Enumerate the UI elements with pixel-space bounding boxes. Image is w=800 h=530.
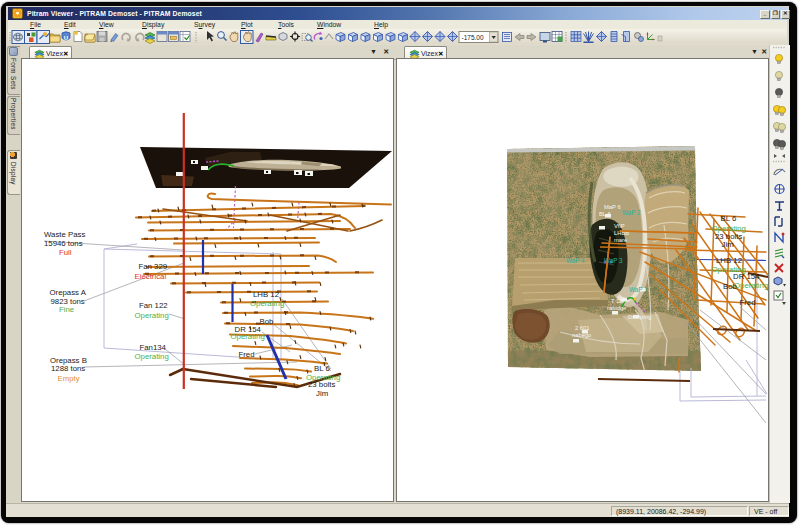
svg-text:LHB 12: LHB 12 bbox=[253, 290, 279, 299]
svg-text:WaP 1: WaP 1 bbox=[629, 286, 648, 293]
svg-text:1288 tons: 1288 tons bbox=[51, 364, 85, 373]
svg-text:Operating: Operating bbox=[712, 224, 746, 233]
svg-text:VfiP: VfiP bbox=[614, 223, 625, 229]
svg-text:Operating: Operating bbox=[306, 373, 340, 382]
svg-text:Operating: Operating bbox=[712, 265, 746, 274]
svg-text:BL 6: BL 6 bbox=[721, 214, 737, 223]
svg-text:Fine: Fine bbox=[59, 305, 74, 314]
svg-text:LHB 12: LHB 12 bbox=[716, 256, 742, 265]
svg-text:Jim: Jim bbox=[316, 389, 328, 398]
svg-text:Waste Pass: Waste Pass bbox=[44, 230, 85, 239]
svg-text:-175.00: -175.00 bbox=[462, 34, 484, 41]
svg-text:rabidge: rabidge bbox=[607, 305, 626, 311]
svg-text:Operating: Operating bbox=[135, 352, 169, 361]
svg-text:WaP 4: WaP 4 bbox=[566, 257, 585, 264]
svg-text:T 117: T 117 bbox=[611, 298, 625, 304]
svg-text:Operating: Operating bbox=[231, 332, 265, 341]
svg-text:2 601: 2 601 bbox=[575, 325, 590, 331]
svg-text:Electrical: Electrical bbox=[135, 272, 167, 281]
svg-text:BL 6: BL 6 bbox=[599, 211, 611, 217]
svg-text:Operating: Operating bbox=[734, 281, 768, 290]
svg-text:Fred: Fred bbox=[239, 350, 255, 359]
svg-text:Full: Full bbox=[59, 248, 72, 257]
svg-text:Jim: Jim bbox=[722, 240, 734, 249]
svg-text:Fred: Fred bbox=[740, 298, 756, 307]
svg-text:Bob: Bob bbox=[260, 317, 275, 326]
svg-text:Operating: Operating bbox=[135, 311, 169, 320]
svg-text:WaP 2: WaP 2 bbox=[622, 209, 641, 216]
svg-text:Fan134: Fan134 bbox=[140, 343, 167, 352]
svg-text:Empty: Empty bbox=[58, 374, 80, 383]
svg-text:Fan 329: Fan 329 bbox=[139, 262, 168, 271]
svg-text:nabego: nabego bbox=[572, 332, 591, 338]
svg-text:Fan 122: Fan 122 bbox=[139, 301, 168, 310]
svg-text:MaP 6: MaP 6 bbox=[604, 204, 621, 210]
svg-text:Orepass A: Orepass A bbox=[50, 288, 87, 297]
svg-text:Dumping: Dumping bbox=[628, 314, 651, 320]
svg-text:mare: mare bbox=[614, 237, 627, 243]
svg-text:U: U bbox=[64, 35, 68, 41]
svg-text:Operating: Operating bbox=[250, 299, 284, 308]
